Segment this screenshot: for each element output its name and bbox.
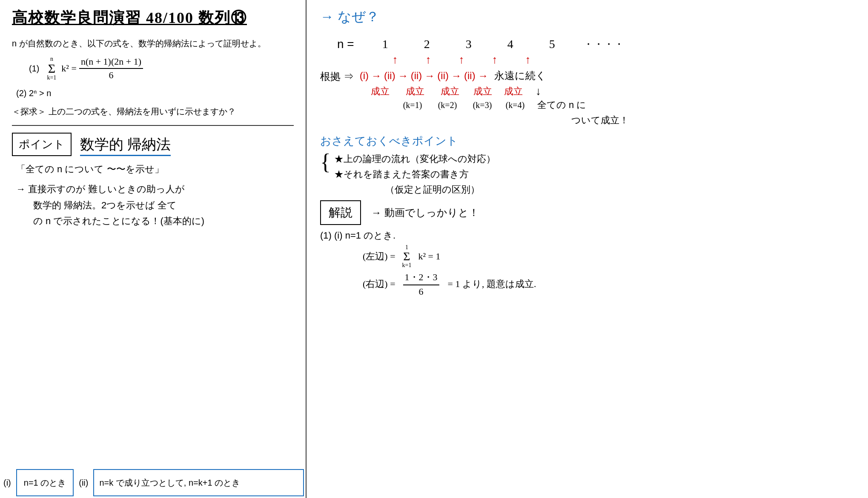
sol-term: k² = 1 xyxy=(418,251,440,262)
chain-ii-3: (ii) xyxy=(437,70,449,82)
k-labels-row: (k=1) (k=2) (k=3) (k=4) 全ての n に xyxy=(395,99,854,111)
n-val-4: 4 xyxy=(500,37,521,51)
n-val-5: 5 xyxy=(541,37,563,51)
seiritsu-5: 成立 xyxy=(498,85,529,98)
seiritsu-4: 成立 xyxy=(467,85,498,98)
seiritsu-1: 成立 xyxy=(363,85,398,98)
k-3: (k=3) xyxy=(465,100,500,110)
n-val-2: 2 xyxy=(416,37,438,51)
down-arrow-eien: ↓ xyxy=(536,85,541,98)
chain-i: (i) xyxy=(360,70,369,82)
zenteno-1: 全ての n に xyxy=(537,99,586,111)
chain-ii-4: (ii) xyxy=(464,70,476,82)
fraction-denominator: 6 xyxy=(107,69,115,81)
fraction: n(n + 1)(2n + 1) 6 xyxy=(79,56,143,81)
seiritsu-3: 成立 xyxy=(433,85,467,98)
brace-block: { ★上の論理の流れ（変化球への対応） ★それを踏まえた答案の書き方 （仮定と証… xyxy=(320,153,854,196)
divider xyxy=(12,125,294,126)
sigma-bottom: k=1 xyxy=(47,75,56,81)
point-box: ポイント xyxy=(12,133,72,156)
brace-line-sub: （仮定と証明の区別） xyxy=(385,183,496,196)
konkyo-label: 根拠 ⇒ xyxy=(320,70,354,83)
arrow-3: → xyxy=(424,70,435,82)
sol-sigma-bottom: k=1 xyxy=(402,262,412,268)
up-arrow-3: ↑ xyxy=(446,54,477,66)
bottom-label-ii: (ii) xyxy=(79,469,88,496)
sigma-term: k² = xyxy=(61,63,77,74)
chain-ii-2: (ii) xyxy=(411,70,422,82)
page-title: 高校数学良問演習 48/100 数列⑬ xyxy=(12,8,294,28)
bottom-row: (i) n=1 のとき (ii) n=k で成り立つとして, n=k+1 のとき xyxy=(0,467,306,498)
arrow-1: → xyxy=(371,70,381,82)
point-underline xyxy=(80,155,171,156)
sol-fraction: 1・2・3 6 xyxy=(403,271,439,297)
problem-2-label: (2) 2ⁿ > n xyxy=(16,88,51,98)
sol-sigma: 1 Σ k=1 xyxy=(402,245,412,268)
leftside-label: (左辺) = xyxy=(363,250,395,263)
doga-text: → 動画でしっかりと！ xyxy=(371,206,479,219)
sol-numer: 1・2・3 xyxy=(403,271,439,285)
solution-1-label: (1) (i) n=1 のとき. xyxy=(320,229,854,242)
brace-lines: ★上の論理の流れ（変化球への対応） ★それを踏まえた答案の書き方 （仮定と証明の… xyxy=(334,153,496,196)
explore-text: ＜探求＞ 上の二つの式を、帰納法を用いずに示せますか？ xyxy=(12,106,294,117)
n-val-dots: ・・・・ xyxy=(583,37,624,51)
up-arrow-1: ↑ xyxy=(380,54,410,66)
solution-rightside: (右辺) = 1・2・3 6 = 1 より, 題意は成立. xyxy=(337,271,854,297)
n-label: n = xyxy=(337,37,354,51)
handwritten-4: の n で示されたことになる！(基本的に) xyxy=(33,213,294,229)
right-panel: → なぜ？ n = 1 2 3 4 5 ・・・・ ↑ ↑ ↑ ↑ ↑ 根拠 ⇒ … xyxy=(307,0,868,498)
bottom-label-i: (i) xyxy=(3,469,11,496)
problem-1-label: (1) xyxy=(29,64,39,74)
arrow-2: → xyxy=(398,70,408,82)
sigma-char: Σ xyxy=(48,62,55,75)
arrow-4: → xyxy=(451,70,461,82)
konkyo-row: 根拠 ⇒ (i) → (ii) → (ii) → (ii) → (ii) → 永… xyxy=(320,68,854,83)
zenteno-2: ついて成立！ xyxy=(571,114,854,127)
problem-1: (1) n Σ k=1 k² = n(n + 1)(2n + 1) 6 xyxy=(16,56,294,81)
seiritsu-row: 成立 成立 成立 成立 成立 ↓ xyxy=(363,85,854,98)
k-2: (k=2) xyxy=(430,100,465,110)
fraction-numerator: n(n + 1)(2n + 1) xyxy=(79,56,143,69)
solution-leftside: (左辺) = 1 Σ k=1 k² = 1 xyxy=(337,245,854,268)
n-val-3: 3 xyxy=(458,37,479,51)
eien-text: 永遠に続く xyxy=(494,69,546,83)
brace-char: { xyxy=(320,151,331,173)
k-4: (k=4) xyxy=(500,100,530,110)
sigma-symbol: n Σ k=1 xyxy=(47,56,56,81)
problem-intro: n が自然数のとき、以下の式を、数学的帰納法によって証明せよ。 xyxy=(12,38,294,49)
k-1: (k=1) xyxy=(395,100,430,110)
bottom-item-ii: n=k で成り立つとして, n=k+1 のとき xyxy=(93,469,304,496)
brace-line-2: ★それを踏まえた答案の書き方 xyxy=(334,168,496,181)
handwritten-2: → 直接示すのが 難しいときの助っ人が xyxy=(16,181,294,197)
sol-result: = 1 より, 題意は成立. xyxy=(448,278,536,290)
left-panel: 高校数学良問演習 48/100 数列⑬ n が自然数のとき、以下の式を、数学的帰… xyxy=(0,0,307,498)
problem-2: (2) 2ⁿ > n xyxy=(16,88,294,98)
point-box-row: ポイント 数学的 帰納法 xyxy=(12,133,294,156)
up-arrows-row: ↑ ↑ ↑ ↑ ↑ xyxy=(380,54,854,66)
brace-line-1: ★上の論理の流れ（変化球への対応） xyxy=(334,153,496,165)
up-arrow-5: ↑ xyxy=(513,54,543,66)
sol-denom: 6 xyxy=(417,285,425,297)
kaisetsu-row: 解説 → 動画でしっかりと！ xyxy=(320,200,854,225)
up-arrow-4: ↑ xyxy=(479,54,510,66)
up-arrow-2: ↑ xyxy=(413,54,444,66)
n-values-row: n = 1 2 3 4 5 ・・・・ xyxy=(337,37,854,51)
rightside-label: (右辺) = xyxy=(363,278,395,290)
arrow-5: → xyxy=(478,70,488,82)
bottom-item-i: n=1 のとき xyxy=(16,469,74,496)
chain-ii-1: (ii) xyxy=(384,70,395,82)
kaisetsu-box: 解説 xyxy=(320,200,361,225)
naze-text: → なぜ？ xyxy=(320,8,854,26)
osaete-text: おさえておくべきポイント xyxy=(320,134,854,148)
sol-sigma-char: Σ xyxy=(403,250,410,262)
n-val-1: 1 xyxy=(375,37,396,51)
seiritsu-2: 成立 xyxy=(398,85,433,98)
handwritten-1: 「全ての n について 〜〜を示せ」 xyxy=(16,161,294,177)
point-title: 数学的 帰納法 xyxy=(80,136,171,152)
handwritten-3: 数学的 帰納法。2つを示せば 全て xyxy=(33,197,294,213)
